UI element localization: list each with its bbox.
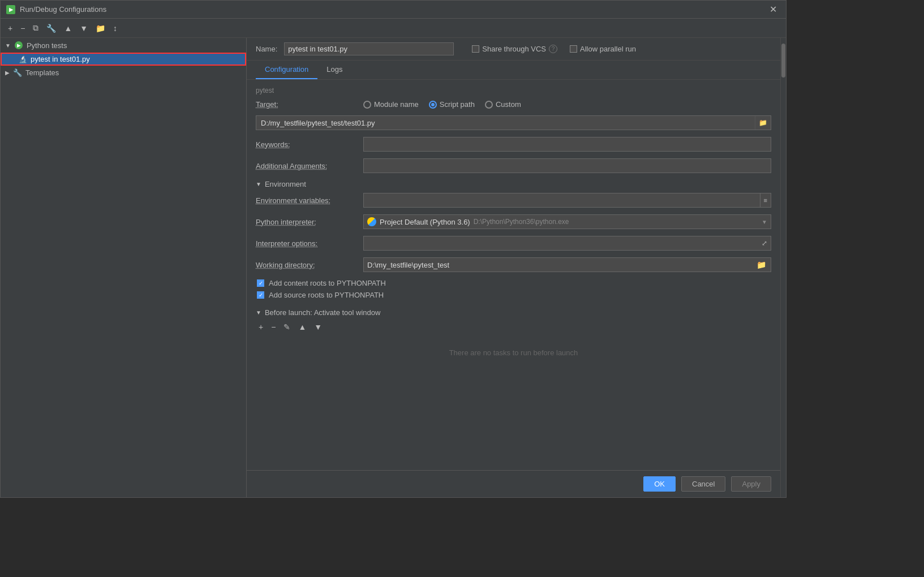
radio-script-path[interactable]: Script path xyxy=(429,100,475,109)
title-bar-left: ▶ Run/Debug Configurations xyxy=(6,5,106,14)
interpreter-options-input[interactable] xyxy=(363,236,758,251)
sort-button[interactable]: ↕ xyxy=(110,22,120,35)
keywords-input[interactable] xyxy=(363,137,771,152)
add-config-button[interactable]: + xyxy=(5,22,15,35)
env-variables-edit-button[interactable]: ≡ xyxy=(760,193,771,208)
radio-module-label: Module name xyxy=(374,100,419,109)
radio-group: Module name Script path Custom xyxy=(363,100,521,109)
target-label: Target: xyxy=(256,100,358,109)
share-vcs-label: Share through VCS xyxy=(482,45,546,53)
wrench-icon: 🔧 xyxy=(13,68,22,77)
interpreter-dropdown-arrow-icon: ▼ xyxy=(762,219,767,225)
tabs-bar: Configuration Logs xyxy=(247,61,780,80)
keywords-label: Keywords: xyxy=(256,140,358,149)
templates-expand-icon: ▶ xyxy=(5,70,10,76)
parallel-run-label: Allow parallel run xyxy=(580,45,636,53)
tab-configuration[interactable]: Configuration xyxy=(256,61,317,79)
config-content: pytest Target: Module name xyxy=(247,80,780,470)
before-launch-header[interactable]: ▼ Before launch: Activate tool window xyxy=(256,308,771,317)
add-content-roots-checkbox[interactable]: ✓ xyxy=(257,279,264,287)
python-interpreter-select[interactable]: Project Default (Python 3.6) D:\Python\P… xyxy=(363,214,771,229)
keywords-row: Keywords: xyxy=(256,137,771,152)
add-source-roots-checkbox[interactable]: ✓ xyxy=(257,291,264,299)
environment-label: Environment xyxy=(265,180,306,188)
script-path-input[interactable] xyxy=(256,117,755,129)
templates-row[interactable]: ▶ 🔧 Templates xyxy=(1,66,246,80)
interpreter-options-expand-button[interactable]: ⤢ xyxy=(758,236,771,251)
bottom-bar: OK Cancel Apply xyxy=(247,470,780,497)
before-launch-section: ▼ Before launch: Activate tool window + … xyxy=(256,308,771,368)
working-directory-input[interactable] xyxy=(363,257,752,272)
share-vcs-help-icon[interactable]: ? xyxy=(549,45,557,53)
add-content-roots-row: ✓ Add content roots to PYTHONPATH xyxy=(256,279,771,287)
ok-button[interactable]: OK xyxy=(643,476,676,492)
target-row: Target: Module name Script path xyxy=(256,100,771,109)
python-interpreter-row: Python interpreter: Project Default (Pyt… xyxy=(256,214,771,229)
python-tests-label: Python tests xyxy=(27,41,67,50)
title-bar: ▶ Run/Debug Configurations ✕ xyxy=(1,1,786,19)
working-directory-browse-button[interactable]: 📁 xyxy=(752,257,771,272)
env-variables-input[interactable] xyxy=(363,193,760,208)
before-launch-up-button[interactable]: ▲ xyxy=(295,321,309,333)
before-launch-edit-button[interactable]: ✎ xyxy=(281,321,293,333)
before-launch-label: Before launch: Activate tool window xyxy=(265,308,381,317)
before-launch-add-button[interactable]: + xyxy=(256,321,266,333)
before-launch-down-button[interactable]: ▼ xyxy=(311,321,325,333)
radio-custom[interactable]: Custom xyxy=(485,100,521,109)
copy-config-button[interactable]: ⧉ xyxy=(30,21,41,35)
before-launch-toolbar: + − ✎ ▲ ▼ xyxy=(256,321,771,333)
config-header: Name: Share through VCS ? Allow parallel… xyxy=(247,38,780,61)
tab-logs[interactable]: Logs xyxy=(317,61,351,79)
before-launch-remove-button[interactable]: − xyxy=(268,321,278,333)
script-path-browse-button[interactable]: 📁 xyxy=(755,116,771,130)
run-debug-dialog: ▶ Run/Debug Configurations ✕ + − ⧉ 🔧 ▲ ▼… xyxy=(0,0,787,498)
env-variables-label: Environment variables: xyxy=(256,196,358,205)
before-launch-collapse-icon: ▼ xyxy=(256,309,261,316)
content-area: ▼ ▶ Python tests 🔬 pytest in test01.py ▶… xyxy=(1,38,786,497)
environment-collapse-icon: ▼ xyxy=(256,181,261,187)
radio-script-label: Script path xyxy=(440,100,475,109)
pytest-item-icon: 🔬 xyxy=(19,55,27,63)
parallel-run-checkbox-wrapper: Allow parallel run xyxy=(570,45,636,53)
interpreter-options-row: Interpreter options: ⤢ xyxy=(256,236,771,251)
pytest-section-label: pytest xyxy=(256,87,771,94)
move-down-button[interactable]: ▼ xyxy=(77,22,91,35)
add-content-roots-label: Add content roots to PYTHONPATH xyxy=(269,279,386,287)
additional-args-row: Additional Arguments: xyxy=(256,158,771,173)
interpreter-options-label: Interpreter options: xyxy=(256,239,358,248)
interpreter-value: Project Default (Python 3.6) xyxy=(380,218,470,226)
settings-button[interactable]: 🔧 xyxy=(44,22,59,35)
name-label: Name: xyxy=(256,45,277,53)
working-directory-row: Working directory: 📁 xyxy=(256,257,771,272)
right-panel: Name: Share through VCS ? Allow parallel… xyxy=(247,38,780,497)
working-directory-label: Working directory: xyxy=(256,261,358,269)
additional-args-input[interactable] xyxy=(363,158,771,173)
parallel-run-checkbox[interactable] xyxy=(570,45,577,53)
close-button[interactable]: ✕ xyxy=(766,3,780,16)
folder-button[interactable]: 📁 xyxy=(93,22,108,35)
name-input[interactable] xyxy=(284,42,454,55)
radio-module-outer xyxy=(363,101,371,109)
apply-button[interactable]: Apply xyxy=(731,476,771,492)
interpreter-path: D:\Python\Python36\python.exe xyxy=(474,218,569,226)
share-vcs-checkbox-wrapper: Share through VCS ? xyxy=(472,45,557,53)
add-source-roots-row: ✓ Add source roots to PYTHONPATH xyxy=(256,291,771,299)
remove-config-button[interactable]: − xyxy=(18,22,28,35)
move-up-button[interactable]: ▲ xyxy=(61,22,75,35)
add-source-roots-label: Add source roots to PYTHONPATH xyxy=(269,291,384,299)
environment-section-header[interactable]: ▼ Environment xyxy=(256,180,771,188)
scrollbar-track[interactable] xyxy=(780,38,786,497)
interpreter-options-group: ⤢ xyxy=(363,236,771,251)
app-icon: ▶ xyxy=(6,5,15,14)
scrollbar-thumb xyxy=(781,44,785,77)
python-tests-icon: ▶ xyxy=(14,41,23,50)
selected-config-wrapper: 🔬 pytest in test01.py xyxy=(1,53,246,66)
additional-args-label: Additional Arguments: xyxy=(256,162,358,170)
radio-module-name[interactable]: Module name xyxy=(363,100,419,109)
env-var-input-group: ≡ xyxy=(363,193,771,208)
cancel-button[interactable]: Cancel xyxy=(681,476,725,492)
working-directory-group: 📁 xyxy=(363,257,771,272)
pytest-config-item[interactable]: 🔬 pytest in test01.py xyxy=(1,53,246,66)
share-vcs-checkbox[interactable] xyxy=(472,45,479,53)
python-tests-group[interactable]: ▼ ▶ Python tests xyxy=(1,38,246,53)
